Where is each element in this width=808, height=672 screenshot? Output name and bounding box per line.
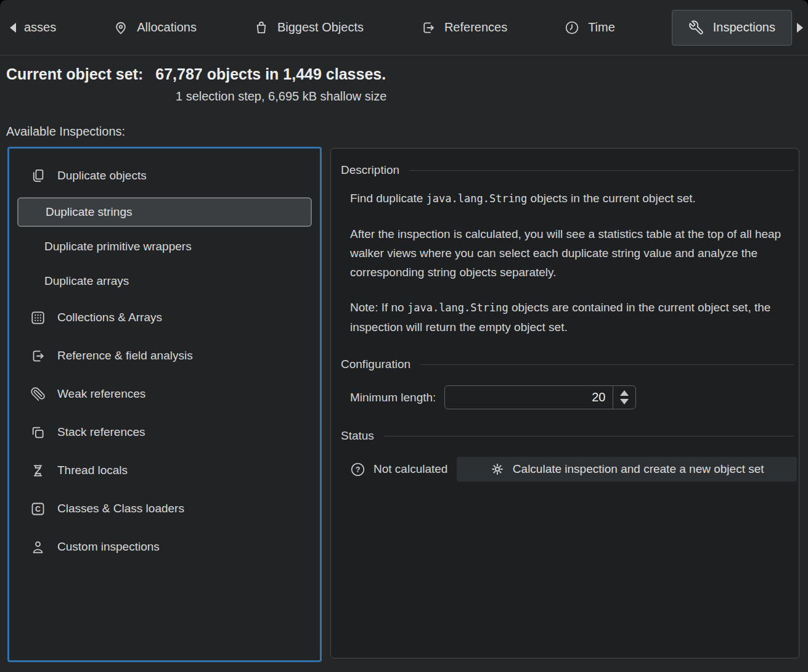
help-circle-icon: ? <box>350 462 365 477</box>
calculate-button-label: Calculate inspection and create a new ob… <box>513 462 764 476</box>
list-item-duplicate-objects[interactable]: Duplicate objects <box>9 157 320 195</box>
tab-classes[interactable]: asses <box>24 20 56 35</box>
boxed-c-icon: C <box>30 501 46 517</box>
stacked-squares-icon <box>30 424 46 441</box>
description-section-header: Description <box>341 163 799 177</box>
list-item-reference-field-analysis[interactable]: Reference & field analysis <box>9 337 320 375</box>
up-triangle-icon[interactable] <box>620 390 629 396</box>
box-arrow-right-icon <box>30 348 46 364</box>
description-paragraph-2: After the inspection is calculated, you … <box>350 224 799 282</box>
list-item-duplicate-strings[interactable]: Duplicate strings <box>9 195 320 229</box>
tab-references[interactable]: References <box>420 20 507 36</box>
duplicate-pages-icon <box>30 168 46 184</box>
tab-label: References <box>444 20 507 35</box>
status-state-text: Not calculated <box>373 462 447 476</box>
list-item-label: Collections & Arrays <box>57 311 162 324</box>
code-class-name: java.lang.String <box>407 301 508 314</box>
list-item-label: Duplicate arrays <box>44 274 129 288</box>
list-item-weak-references[interactable]: Weak references <box>9 375 320 413</box>
configuration-section-header: Configuration <box>341 358 799 371</box>
inspections-list-panel: Duplicate objects Duplicate strings Dupl… <box>7 147 322 662</box>
box-arrow-right-icon <box>420 20 436 36</box>
list-item-label: Weak references <box>57 387 145 401</box>
list-item-label: Custom inspections <box>57 540 160 554</box>
list-item-label: Reference & field analysis <box>57 349 193 363</box>
spinner-buttons[interactable] <box>613 386 635 409</box>
list-item-label: Thread locals <box>57 464 128 477</box>
list-item-label: Stack references <box>57 425 145 439</box>
scroll-left-icon[interactable] <box>10 23 16 33</box>
view-tab-bar: asses Allocations Biggest Objects <box>0 0 808 55</box>
svg-text:C: C <box>35 505 41 514</box>
description-paragraph-3: Note: If no java.lang.String objects are… <box>350 298 799 337</box>
tab-label: asses <box>24 20 56 35</box>
tab-label: Time <box>588 20 615 35</box>
tab-time[interactable]: Time <box>564 20 615 36</box>
list-item-duplicate-arrays[interactable]: Duplicate arrays <box>9 264 320 298</box>
section-title: Configuration <box>341 358 410 371</box>
list-item-label: Duplicate primitive wrappers <box>44 240 192 253</box>
minimum-length-spinner <box>444 385 636 409</box>
tab-allocations[interactable]: Allocations <box>113 20 197 36</box>
selection-summary: 1 selection step, 6,695 kB shallow size <box>176 89 386 104</box>
list-item-label: Duplicate strings <box>46 205 132 219</box>
current-object-set-value: 67,787 objects in 1,449 classes. <box>155 65 386 83</box>
code-class-name: java.lang.String <box>426 192 528 205</box>
list-item-classes-class-loaders[interactable]: C Classes & Class loaders <box>9 490 320 528</box>
selected-item-highlight: Duplicate strings <box>17 197 312 227</box>
paperclip-icon <box>30 386 46 403</box>
section-title: Description <box>341 163 399 177</box>
description-text: Find duplicate java.lang.String objects … <box>350 189 799 337</box>
tab-biggest-objects[interactable]: Biggest Objects <box>253 20 364 36</box>
available-inspections-label: Available Inspections: <box>6 125 125 139</box>
wrench-icon <box>688 20 704 36</box>
heap-walker-inspections-view: asses Allocations Biggest Objects <box>0 0 808 672</box>
section-title: Status <box>341 429 374 443</box>
current-object-set-label: Current object set: <box>6 65 143 83</box>
section-divider <box>409 170 794 171</box>
clock-icon <box>564 20 580 36</box>
svg-text:?: ? <box>356 465 361 474</box>
thread-spool-icon <box>30 462 46 479</box>
list-item-collections-arrays[interactable]: Collections & Arrays <box>9 298 320 337</box>
minimum-length-label: Minimum length: <box>350 391 436 404</box>
tab-label: Biggest Objects <box>277 20 364 35</box>
scroll-right-icon[interactable] <box>797 23 803 33</box>
calculate-inspection-button[interactable]: Calculate inspection and create a new ob… <box>457 457 797 481</box>
list-item-label: Duplicate objects <box>57 169 147 182</box>
map-pin-icon <box>113 20 129 36</box>
gear-icon <box>490 462 505 477</box>
list-item-duplicate-primitive-wrappers[interactable]: Duplicate primitive wrappers <box>9 229 320 264</box>
person-icon <box>30 539 46 555</box>
down-triangle-icon[interactable] <box>620 399 629 404</box>
status-row: ? Not calculated Calculate inspection an… <box>350 457 797 481</box>
description-paragraph-1: Find duplicate java.lang.String objects … <box>350 189 799 208</box>
section-divider <box>384 436 794 436</box>
tab-label: Allocations <box>137 20 197 35</box>
minimum-length-input[interactable] <box>445 386 613 409</box>
current-object-set-header: Current object set: 67,787 objects in 1,… <box>6 65 386 104</box>
list-item-stack-references[interactable]: Stack references <box>9 413 320 451</box>
minimum-length-row: Minimum length: <box>350 385 799 409</box>
grid-icon <box>30 309 46 326</box>
section-divider <box>420 364 794 365</box>
list-item-custom-inspections[interactable]: Custom inspections <box>9 528 320 566</box>
status-section-header: Status <box>341 429 799 443</box>
tab-inspections[interactable]: Inspections <box>672 10 792 46</box>
tab-label: Inspections <box>713 20 775 35</box>
inspection-detail-panel: Description Find duplicate java.lang.Str… <box>330 148 799 658</box>
bag-icon <box>253 20 269 36</box>
list-item-thread-locals[interactable]: Thread locals <box>9 451 320 490</box>
list-item-label: Classes & Class loaders <box>57 502 184 515</box>
